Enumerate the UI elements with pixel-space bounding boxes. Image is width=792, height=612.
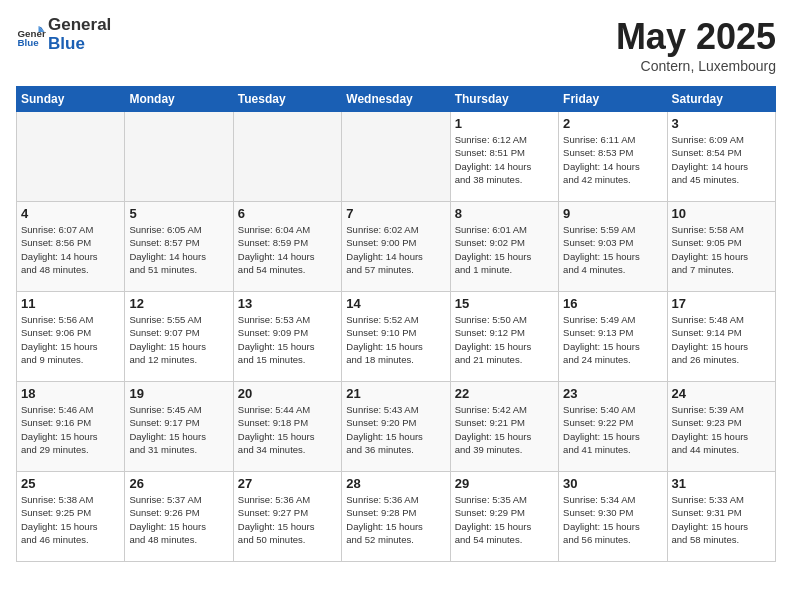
day-info: Sunrise: 5:37 AM Sunset: 9:26 PM Dayligh… — [129, 493, 228, 546]
day-info: Sunrise: 5:48 AM Sunset: 9:14 PM Dayligh… — [672, 313, 771, 366]
calendar-cell: 31Sunrise: 5:33 AM Sunset: 9:31 PM Dayli… — [667, 472, 775, 562]
day-number: 30 — [563, 476, 662, 491]
day-number: 24 — [672, 386, 771, 401]
day-info: Sunrise: 6:11 AM Sunset: 8:53 PM Dayligh… — [563, 133, 662, 186]
weekday-header-saturday: Saturday — [667, 87, 775, 112]
weekday-header-row: SundayMondayTuesdayWednesdayThursdayFrid… — [17, 87, 776, 112]
calendar-cell: 23Sunrise: 5:40 AM Sunset: 9:22 PM Dayli… — [559, 382, 667, 472]
day-number: 25 — [21, 476, 120, 491]
calendar-cell: 8Sunrise: 6:01 AM Sunset: 9:02 PM Daylig… — [450, 202, 558, 292]
calendar-cell: 2Sunrise: 6:11 AM Sunset: 8:53 PM Daylig… — [559, 112, 667, 202]
day-info: Sunrise: 6:07 AM Sunset: 8:56 PM Dayligh… — [21, 223, 120, 276]
calendar-cell: 6Sunrise: 6:04 AM Sunset: 8:59 PM Daylig… — [233, 202, 341, 292]
calendar-cell: 27Sunrise: 5:36 AM Sunset: 9:27 PM Dayli… — [233, 472, 341, 562]
day-number: 15 — [455, 296, 554, 311]
month-title: May 2025 — [616, 16, 776, 58]
day-info: Sunrise: 5:36 AM Sunset: 9:28 PM Dayligh… — [346, 493, 445, 546]
page-header: General Blue General Blue May 2025 Conte… — [16, 16, 776, 74]
calendar-table: SundayMondayTuesdayWednesdayThursdayFrid… — [16, 86, 776, 562]
day-info: Sunrise: 5:36 AM Sunset: 9:27 PM Dayligh… — [238, 493, 337, 546]
day-number: 13 — [238, 296, 337, 311]
calendar-cell: 20Sunrise: 5:44 AM Sunset: 9:18 PM Dayli… — [233, 382, 341, 472]
weekday-header-wednesday: Wednesday — [342, 87, 450, 112]
calendar-cell: 15Sunrise: 5:50 AM Sunset: 9:12 PM Dayli… — [450, 292, 558, 382]
day-info: Sunrise: 6:12 AM Sunset: 8:51 PM Dayligh… — [455, 133, 554, 186]
day-number: 4 — [21, 206, 120, 221]
day-number: 22 — [455, 386, 554, 401]
day-number: 28 — [346, 476, 445, 491]
week-row-2: 4Sunrise: 6:07 AM Sunset: 8:56 PM Daylig… — [17, 202, 776, 292]
day-number: 14 — [346, 296, 445, 311]
calendar-cell: 19Sunrise: 5:45 AM Sunset: 9:17 PM Dayli… — [125, 382, 233, 472]
week-row-1: 1Sunrise: 6:12 AM Sunset: 8:51 PM Daylig… — [17, 112, 776, 202]
day-number: 16 — [563, 296, 662, 311]
calendar-cell — [17, 112, 125, 202]
day-info: Sunrise: 5:43 AM Sunset: 9:20 PM Dayligh… — [346, 403, 445, 456]
weekday-header-tuesday: Tuesday — [233, 87, 341, 112]
day-number: 3 — [672, 116, 771, 131]
day-info: Sunrise: 5:52 AM Sunset: 9:10 PM Dayligh… — [346, 313, 445, 366]
day-number: 26 — [129, 476, 228, 491]
calendar-cell: 11Sunrise: 5:56 AM Sunset: 9:06 PM Dayli… — [17, 292, 125, 382]
calendar-cell: 7Sunrise: 6:02 AM Sunset: 9:00 PM Daylig… — [342, 202, 450, 292]
calendar-cell: 16Sunrise: 5:49 AM Sunset: 9:13 PM Dayli… — [559, 292, 667, 382]
weekday-header-thursday: Thursday — [450, 87, 558, 112]
day-number: 9 — [563, 206, 662, 221]
calendar-cell: 18Sunrise: 5:46 AM Sunset: 9:16 PM Dayli… — [17, 382, 125, 472]
day-info: Sunrise: 5:33 AM Sunset: 9:31 PM Dayligh… — [672, 493, 771, 546]
day-info: Sunrise: 5:58 AM Sunset: 9:05 PM Dayligh… — [672, 223, 771, 276]
day-number: 10 — [672, 206, 771, 221]
title-block: May 2025 Contern, Luxembourg — [616, 16, 776, 74]
day-info: Sunrise: 6:01 AM Sunset: 9:02 PM Dayligh… — [455, 223, 554, 276]
day-number: 8 — [455, 206, 554, 221]
day-number: 7 — [346, 206, 445, 221]
day-info: Sunrise: 5:56 AM Sunset: 9:06 PM Dayligh… — [21, 313, 120, 366]
calendar-cell: 22Sunrise: 5:42 AM Sunset: 9:21 PM Dayli… — [450, 382, 558, 472]
day-number: 19 — [129, 386, 228, 401]
day-info: Sunrise: 5:35 AM Sunset: 9:29 PM Dayligh… — [455, 493, 554, 546]
calendar-cell: 4Sunrise: 6:07 AM Sunset: 8:56 PM Daylig… — [17, 202, 125, 292]
calendar-cell: 26Sunrise: 5:37 AM Sunset: 9:26 PM Dayli… — [125, 472, 233, 562]
day-info: Sunrise: 5:59 AM Sunset: 9:03 PM Dayligh… — [563, 223, 662, 276]
day-number: 18 — [21, 386, 120, 401]
calendar-cell — [125, 112, 233, 202]
day-info: Sunrise: 5:44 AM Sunset: 9:18 PM Dayligh… — [238, 403, 337, 456]
day-number: 11 — [21, 296, 120, 311]
day-info: Sunrise: 5:53 AM Sunset: 9:09 PM Dayligh… — [238, 313, 337, 366]
calendar-cell: 14Sunrise: 5:52 AM Sunset: 9:10 PM Dayli… — [342, 292, 450, 382]
calendar-cell: 24Sunrise: 5:39 AM Sunset: 9:23 PM Dayli… — [667, 382, 775, 472]
logo-icon: General Blue — [16, 20, 46, 50]
day-info: Sunrise: 5:45 AM Sunset: 9:17 PM Dayligh… — [129, 403, 228, 456]
calendar-cell: 5Sunrise: 6:05 AM Sunset: 8:57 PM Daylig… — [125, 202, 233, 292]
day-number: 29 — [455, 476, 554, 491]
calendar-cell — [233, 112, 341, 202]
day-info: Sunrise: 6:02 AM Sunset: 9:00 PM Dayligh… — [346, 223, 445, 276]
day-number: 5 — [129, 206, 228, 221]
day-info: Sunrise: 6:09 AM Sunset: 8:54 PM Dayligh… — [672, 133, 771, 186]
logo-general-text: General — [48, 16, 111, 35]
calendar-cell: 9Sunrise: 5:59 AM Sunset: 9:03 PM Daylig… — [559, 202, 667, 292]
calendar-cell: 29Sunrise: 5:35 AM Sunset: 9:29 PM Dayli… — [450, 472, 558, 562]
day-number: 6 — [238, 206, 337, 221]
day-info: Sunrise: 5:55 AM Sunset: 9:07 PM Dayligh… — [129, 313, 228, 366]
logo-blue-text: Blue — [48, 35, 111, 54]
calendar-cell: 28Sunrise: 5:36 AM Sunset: 9:28 PM Dayli… — [342, 472, 450, 562]
calendar-cell: 13Sunrise: 5:53 AM Sunset: 9:09 PM Dayli… — [233, 292, 341, 382]
week-row-5: 25Sunrise: 5:38 AM Sunset: 9:25 PM Dayli… — [17, 472, 776, 562]
weekday-header-friday: Friday — [559, 87, 667, 112]
logo: General Blue General Blue — [16, 16, 111, 53]
day-info: Sunrise: 5:42 AM Sunset: 9:21 PM Dayligh… — [455, 403, 554, 456]
week-row-4: 18Sunrise: 5:46 AM Sunset: 9:16 PM Dayli… — [17, 382, 776, 472]
day-info: Sunrise: 5:46 AM Sunset: 9:16 PM Dayligh… — [21, 403, 120, 456]
calendar-cell: 10Sunrise: 5:58 AM Sunset: 9:05 PM Dayli… — [667, 202, 775, 292]
week-row-3: 11Sunrise: 5:56 AM Sunset: 9:06 PM Dayli… — [17, 292, 776, 382]
day-info: Sunrise: 5:50 AM Sunset: 9:12 PM Dayligh… — [455, 313, 554, 366]
day-number: 23 — [563, 386, 662, 401]
calendar-cell: 3Sunrise: 6:09 AM Sunset: 8:54 PM Daylig… — [667, 112, 775, 202]
location-label: Contern, Luxembourg — [616, 58, 776, 74]
day-info: Sunrise: 5:39 AM Sunset: 9:23 PM Dayligh… — [672, 403, 771, 456]
svg-text:Blue: Blue — [18, 36, 40, 47]
day-info: Sunrise: 6:04 AM Sunset: 8:59 PM Dayligh… — [238, 223, 337, 276]
day-number: 1 — [455, 116, 554, 131]
day-number: 2 — [563, 116, 662, 131]
